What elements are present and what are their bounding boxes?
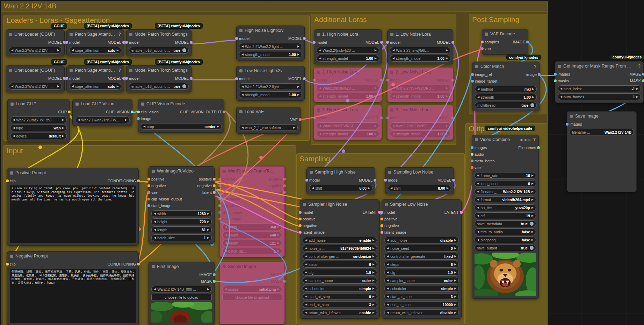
cfg-widget[interactable]: ◀cfg1.0▶: [303, 269, 377, 276]
decrement-arrow[interactable]: ◀: [11, 49, 13, 52]
image_ref-input-port[interactable]: [471, 73, 474, 76]
node-header[interactable]: Sampling Low Noise: [385, 168, 454, 177]
model-input-port[interactable]: [65, 77, 68, 80]
decrement-arrow[interactable]: ◀: [154, 236, 156, 239]
node-sampler-high-noise[interactable]: Sampler High NoisemodelLATENTpositiveneg…: [300, 199, 380, 319]
node-model-patch-torch-1[interactable]: Model Patch Torch SettingsmodelMODELenab…: [126, 29, 191, 56]
collapse-toggle-icon[interactable]: [70, 33, 73, 36]
increment-arrow[interactable]: ▶: [277, 241, 280, 245]
collapse-toggle-icon[interactable]: [317, 71, 320, 74]
node-low-noise-lightx2v[interactable]: Low Noise Lightx2vmodelMODEL◀Wan2.2\Wan2…: [236, 66, 305, 101]
decrement-arrow[interactable]: ◀: [477, 174, 479, 177]
increment-arrow[interactable]: ▶: [297, 85, 299, 88]
increment-arrow[interactable]: ▶: [368, 186, 370, 190]
node-header[interactable]: Get Image or Mask Range From ...?: [555, 62, 643, 71]
end-at-step-widget[interactable]: ◀end_at_step10000▶: [384, 301, 459, 308]
node-wan-first-last-frame[interactable]: WanFirstLastFrameTo...positivepositivene…: [219, 166, 285, 257]
increment-arrow[interactable]: ▶: [297, 53, 299, 56]
decrement-arrow[interactable]: ◀: [154, 288, 156, 291]
negative-input-port[interactable]: [147, 184, 150, 187]
group-title-sampling[interactable]: Sampling: [299, 155, 330, 163]
steps-widget[interactable]: ◀steps6▶: [384, 261, 459, 268]
width-widget[interactable]: ◀width1280▶: [151, 210, 212, 217]
decrement-arrow[interactable]: ◀: [225, 288, 227, 291]
strength-widget[interactable]: ◀strength1.00▶: [475, 94, 537, 100]
clip_vision_output-input-port[interactable]: [147, 198, 150, 200]
increment-arrow[interactable]: ▶: [454, 303, 456, 306]
increment-arrow[interactable]: ▶: [531, 198, 534, 201]
image-output-port[interactable]: [642, 73, 644, 76]
sampler-name-widget[interactable]: ◀sampler_nameeuler▶: [384, 277, 459, 284]
prompt-textarea[interactable]: 色调艳丽, 过曝, 静态, 细节模糊不清, 字幕, 风格, 作品, 画作, 画面…: [10, 269, 136, 323]
model-input-port[interactable]: [386, 116, 389, 119]
node-header[interactable]: 1. Low Noise Lora: [388, 30, 453, 39]
return-with-leftover--widget[interactable]: ◀return_with_leftover ...disable▶: [384, 309, 459, 316]
increment-arrow[interactable]: ▶: [447, 186, 449, 190]
mask-output-port[interactable]: [283, 280, 286, 283]
node-clip-vision-encode[interactable]: CLIP Vision Encodeclip_visionCLIP_VISION…: [138, 99, 224, 133]
decrement-arrow[interactable]: ◀: [319, 49, 321, 52]
decrement-arrow[interactable]: ◀: [477, 198, 479, 201]
decrement-arrow[interactable]: ◀: [392, 49, 395, 52]
node-header[interactable]: Save Image: [567, 112, 636, 121]
decrement-arrow[interactable]: ◀: [387, 255, 389, 258]
decrement-arrow[interactable]: ◀: [387, 279, 389, 282]
enable-fp16-accumulation-widget[interactable]: enable_fp16_accumulationtrue: [129, 47, 189, 54]
help-icon[interactable]: ?: [638, 64, 641, 69]
model-input-port[interactable]: [313, 79, 316, 82]
decrement-arrow[interactable]: ◀: [319, 57, 321, 60]
start-at-step-widget[interactable]: ◀start_at_step0▶: [303, 293, 377, 300]
clip-input-port[interactable]: [6, 179, 9, 182]
reroute-dot[interactable]: [346, 99, 349, 103]
mask-output-port[interactable]: [642, 79, 644, 82]
decrement-arrow[interactable]: ◀: [305, 271, 307, 274]
decrement-arrow[interactable]: ◀: [72, 49, 74, 52]
node-wan-image-to-video[interactable]: WanImageToVideopositivepositivenegativen…: [149, 166, 215, 244]
increment-arrow[interactable]: ▶: [454, 255, 456, 258]
length-widget[interactable]: ◀length81▶: [151, 226, 212, 233]
decrement-arrow[interactable]: ◀: [241, 85, 244, 88]
masks-input-port[interactable]: [554, 79, 557, 82]
increment-arrow[interactable]: ▶: [454, 263, 456, 266]
node-high-noise-lora-3[interactable]: 3. High Noise LoramodelMODEL◀Wan2.2\NSFW…: [314, 105, 382, 140]
increment-arrow[interactable]: ▶: [372, 303, 375, 306]
help-icon[interactable]: ?: [118, 32, 121, 37]
model-input-port[interactable]: [313, 116, 316, 119]
node-header[interactable]: Patch Sage Attention ...?: [67, 30, 124, 39]
decrement-arrow[interactable]: ◀: [392, 94, 395, 98]
node-second-image[interactable]: Second ImageIMAGEMASK◀imageinitial.png▶c…: [219, 262, 285, 324]
wan2-2-wan2-2-light--widget[interactable]: ◀Wan2.2\Wan2.2 light ...▶: [239, 43, 302, 50]
node-high-noise-lightx2v[interactable]: High Noise Lightx2vmodelMODEL◀Wan2.2\Wan…: [236, 26, 305, 61]
decrement-arrow[interactable]: ◀: [387, 271, 389, 274]
node-header[interactable]: WanFirstLastFrameTo...: [220, 167, 284, 176]
node-header[interactable]: Patch Sage Attention ...?: [67, 66, 124, 75]
node-header[interactable]: Unet Loader (GGUF): [6, 66, 64, 75]
increment-arrow[interactable]: ▶: [372, 279, 375, 282]
images-input-port[interactable]: [471, 146, 473, 149]
decrement-arrow[interactable]: ◀: [241, 126, 244, 129]
increment-arrow[interactable]: ▶: [454, 311, 456, 314]
reroute-dot[interactable]: [342, 149, 345, 153]
clip_vision-input-port[interactable]: [137, 111, 140, 113]
decrement-arrow[interactable]: ◀: [387, 295, 389, 298]
wan2-2-wan2-2-light--widget[interactable]: ◀Wan2.2\Wan2.2 light ...▶: [239, 83, 302, 90]
latent-output-port[interactable]: [213, 191, 216, 194]
add-noise-widget[interactable]: ◀add_noiseenable▶: [303, 237, 377, 243]
type-widget[interactable]: ◀typewan▶: [10, 125, 67, 131]
node-sampling-low-noise[interactable]: Sampling Low NoisemodelMODEL◀shift8.00▶: [385, 167, 454, 194]
collapse-toggle-icon[interactable]: [152, 265, 155, 268]
toggle-knob[interactable]: [530, 246, 534, 250]
collapse-toggle-icon[interactable]: [10, 103, 14, 106]
filenames-output-port[interactable]: [537, 146, 540, 149]
help-icon[interactable]: ?: [534, 64, 536, 69]
sage-attention-widget[interactable]: ◀sage_attentionauto▶: [69, 83, 121, 90]
latent-output-port[interactable]: [460, 211, 463, 214]
decrement-arrow[interactable]: ◀: [387, 263, 389, 266]
node-header[interactable]: Load CLIP Vision: [73, 99, 132, 108]
collapse-toggle-icon[interactable]: [317, 108, 320, 112]
decrement-arrow[interactable]: ◀: [477, 238, 479, 241]
increment-arrow[interactable]: ▶: [454, 287, 456, 290]
model-output-port[interactable]: [374, 179, 376, 182]
increment-arrow[interactable]: ▶: [454, 247, 456, 250]
decrement-arrow[interactable]: ◀: [72, 85, 74, 88]
